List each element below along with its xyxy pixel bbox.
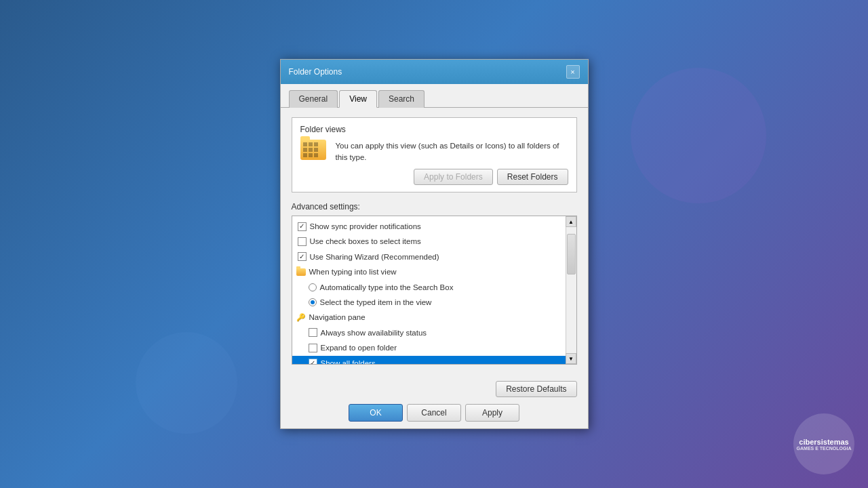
tab-search[interactable]: Search [378, 90, 425, 108]
setting-label-sync: Show sync provider notifications [310, 220, 421, 232]
settings-list: Show sync provider notifications Use che… [292, 216, 566, 364]
setting-expand-folder[interactable]: Expand to open folder [292, 340, 566, 355]
action-buttons-row: OK Cancel Apply [292, 404, 577, 422]
tab-general[interactable]: General [289, 90, 338, 108]
title-bar: Folder Options × [281, 60, 588, 84]
scrollbar-up[interactable]: ▲ [566, 216, 576, 227]
setting-auto-search[interactable]: Automatically type into the Search Box [292, 280, 566, 295]
tabs-area: General View Search [281, 84, 588, 108]
folder-views-inner: You can apply this view (such as Details… [300, 140, 568, 163]
cancel-button[interactable]: Cancel [407, 404, 461, 422]
setting-select-item[interactable]: Select the typed item in the view [292, 295, 566, 310]
reset-folders-button[interactable]: Reset Folders [497, 169, 568, 185]
checkbox-checkboxes[interactable] [298, 237, 307, 246]
restore-row: Restore Defaults [292, 381, 577, 397]
folder-visual [300, 140, 326, 160]
checkbox-show-all[interactable] [309, 359, 317, 364]
setting-typing-header: When typing into list view [292, 264, 566, 279]
close-button[interactable]: × [566, 65, 580, 79]
key-icon: 🔑 [296, 313, 306, 323]
folder-icon [300, 140, 328, 163]
setting-nav-pane: 🔑 Navigation pane [292, 310, 566, 325]
checkbox-expand[interactable] [309, 344, 317, 352]
folder-views-section: Folder views You can apply this view (su… [292, 117, 577, 192]
tab-view[interactable]: View [339, 90, 377, 108]
setting-label-typing: When typing into list view [309, 266, 397, 278]
watermark: cibersistemas GAMES E TECNOLOGIA [793, 413, 854, 474]
folder-views-buttons: Apply to Folders Reset Folders [300, 169, 568, 185]
setting-sharing-wizard[interactable]: Use Sharing Wizard (Recommended) [292, 249, 566, 264]
setting-label-select-item: Select the typed item in the view [320, 296, 432, 308]
setting-label-nav-pane: Navigation pane [309, 311, 366, 323]
scrollbar-track[interactable] [566, 227, 576, 353]
setting-label-checkboxes: Use check boxes to select items [310, 235, 421, 247]
apply-to-folders-button[interactable]: Apply to Folders [414, 169, 493, 185]
advanced-settings-label: Advanced settings: [292, 202, 577, 211]
setting-label-availability: Always show availability status [321, 327, 427, 339]
dialog-title: Folder Options [289, 67, 342, 77]
setting-label-auto-search: Automatically type into the Search Box [320, 281, 454, 293]
scrollbar[interactable]: ▲ ▼ [566, 216, 576, 364]
dialog-content: Folder views You can apply this view (su… [281, 108, 588, 374]
folder-section-icon [296, 268, 306, 276]
setting-sync-notifications[interactable]: Show sync provider notifications [292, 219, 566, 234]
bottom-area: Restore Defaults OK Cancel Apply [281, 374, 588, 428]
checkbox-sharing[interactable] [298, 252, 307, 261]
setting-availability[interactable]: Always show availability status [292, 325, 566, 340]
restore-defaults-button[interactable]: Restore Defaults [496, 381, 576, 397]
scrollbar-down[interactable]: ▼ [566, 353, 576, 364]
radio-auto-search[interactable] [309, 283, 317, 291]
setting-show-all-folders[interactable]: Show all folders [292, 356, 566, 364]
setting-label-expand: Expand to open folder [321, 342, 397, 354]
radio-select-item[interactable] [309, 298, 317, 306]
setting-label-show-all: Show all folders [321, 357, 376, 364]
setting-label-sharing: Use Sharing Wizard (Recommended) [310, 251, 439, 263]
ok-button[interactable]: OK [349, 404, 403, 422]
checkbox-sync[interactable] [298, 222, 307, 231]
folder-views-title: Folder views [300, 125, 568, 134]
setting-check-boxes[interactable]: Use check boxes to select items [292, 234, 566, 249]
folder-grid [303, 142, 318, 157]
settings-list-container: Show sync provider notifications Use che… [292, 216, 577, 365]
folder-options-dialog: Folder Options × General View Search Fol… [280, 59, 589, 429]
scrollbar-thumb[interactable] [567, 234, 576, 274]
apply-button[interactable]: Apply [465, 404, 519, 422]
folder-views-description: You can apply this view (such as Details… [336, 140, 568, 162]
checkbox-availability[interactable] [309, 328, 317, 337]
